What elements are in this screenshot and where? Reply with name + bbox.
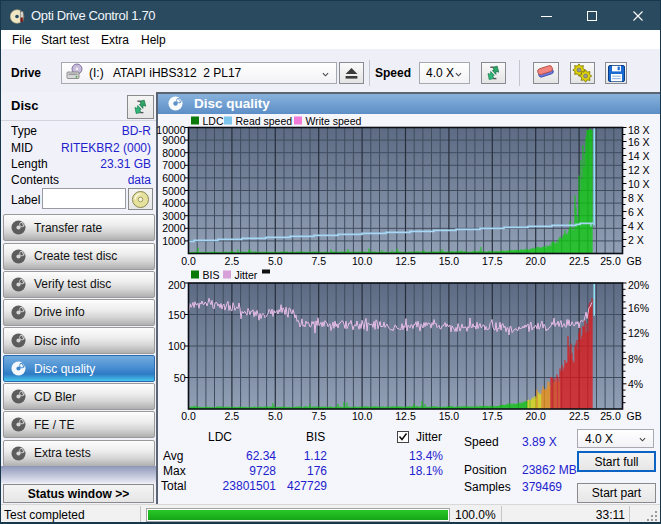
svg-text:15.0: 15.0 — [439, 255, 460, 267]
svg-text:LDC: LDC — [203, 115, 224, 127]
svg-text:200: 200 — [168, 279, 186, 291]
svg-text:5.0: 5.0 — [268, 255, 283, 267]
svg-text:0.0: 0.0 — [181, 255, 196, 267]
svg-text:Read speed: Read speed — [236, 115, 293, 127]
svg-text:17.5: 17.5 — [482, 255, 503, 267]
svg-text:5.0: 5.0 — [268, 410, 283, 422]
svg-text:20%: 20% — [628, 279, 649, 291]
svg-text:7000: 7000 — [162, 159, 186, 171]
svg-text:7.5: 7.5 — [311, 255, 326, 267]
svg-text:20.0: 20.0 — [525, 255, 546, 267]
svg-text:4000: 4000 — [162, 197, 186, 209]
svg-text:25.0: 25.0 — [600, 255, 621, 267]
svg-text:8 X: 8 X — [628, 192, 644, 204]
svg-text:10 X: 10 X — [628, 178, 650, 190]
svg-text:15.0: 15.0 — [439, 410, 460, 422]
svg-text:Jitter: Jitter — [235, 269, 258, 281]
svg-text:1000: 1000 — [162, 235, 186, 247]
svg-text:10.0: 10.0 — [352, 410, 373, 422]
svg-text:16%: 16% — [628, 302, 649, 314]
svg-text:6000: 6000 — [162, 172, 186, 184]
svg-text:12.5: 12.5 — [395, 255, 416, 267]
svg-text:3000: 3000 — [162, 210, 186, 222]
svg-text:8000: 8000 — [162, 147, 186, 159]
svg-text:7.5: 7.5 — [311, 410, 326, 422]
svg-text:0.0: 0.0 — [181, 410, 196, 422]
svg-text:2.5: 2.5 — [225, 410, 240, 422]
svg-text:2000: 2000 — [162, 222, 186, 234]
svg-text:17.5: 17.5 — [482, 410, 503, 422]
svg-text:BIS: BIS — [203, 269, 220, 281]
svg-text:20.0: 20.0 — [525, 410, 546, 422]
svg-text:50: 50 — [174, 372, 186, 384]
svg-text:5000: 5000 — [162, 185, 186, 197]
svg-text:2 X: 2 X — [628, 234, 644, 246]
svg-text:18 X: 18 X — [628, 124, 650, 136]
svg-text:12%: 12% — [628, 327, 649, 339]
svg-text:8%: 8% — [628, 353, 643, 365]
svg-text:12 X: 12 X — [628, 164, 650, 176]
svg-text:GB: GB — [627, 255, 642, 267]
svg-text:4 X: 4 X — [628, 220, 644, 232]
svg-text:16 X: 16 X — [628, 136, 650, 148]
svg-text:100: 100 — [168, 340, 186, 352]
svg-text:25.0: 25.0 — [600, 410, 621, 422]
svg-text:150: 150 — [168, 309, 186, 321]
svg-text:12.5: 12.5 — [395, 410, 416, 422]
svg-text:22.5: 22.5 — [569, 255, 590, 267]
svg-text:14 X: 14 X — [628, 150, 650, 162]
svg-text:10.0: 10.0 — [352, 255, 373, 267]
svg-text:6 X: 6 X — [628, 206, 644, 218]
svg-text:GB: GB — [627, 410, 642, 422]
svg-text:9000: 9000 — [162, 134, 186, 146]
svg-text:4%: 4% — [628, 378, 643, 390]
svg-text:10000: 10000 — [156, 124, 185, 136]
svg-text:Write speed: Write speed — [306, 115, 362, 127]
svg-text:2.5: 2.5 — [225, 255, 240, 267]
svg-text:22.5: 22.5 — [569, 410, 590, 422]
